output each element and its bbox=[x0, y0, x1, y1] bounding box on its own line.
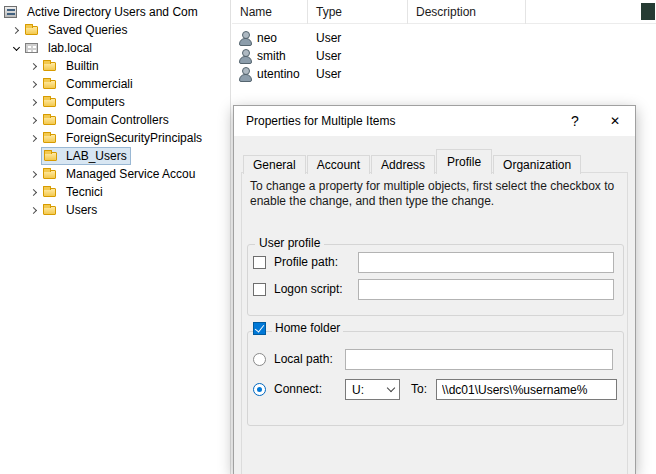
aduc-root-icon bbox=[3, 4, 19, 20]
user-icon bbox=[237, 48, 253, 64]
intro-text: To change a property for multiple object… bbox=[250, 179, 624, 209]
folder-icon bbox=[42, 166, 58, 182]
tree-item-label: Active Directory Users and Com bbox=[24, 4, 201, 20]
close-icon[interactable]: ✕ bbox=[595, 106, 635, 136]
logon-script-label: Logon script: bbox=[274, 279, 343, 300]
tree-item-foreignsecurityprincipals[interactable]: ForeignSecurityPrincipals bbox=[0, 129, 230, 147]
dialog-title: Properties for Multiple Items bbox=[234, 106, 555, 136]
folder-icon bbox=[24, 22, 40, 38]
properties-dialog: Properties for Multiple Items ? ✕ Genera… bbox=[233, 105, 636, 474]
dialog-title-bar[interactable]: Properties for Multiple Items ? ✕ bbox=[234, 106, 635, 136]
list-header: Name Type Description bbox=[232, 0, 656, 24]
to-label: To: bbox=[411, 379, 427, 400]
tree-item-label: Tecnici bbox=[63, 184, 106, 200]
user-profile-group-label: User profile bbox=[255, 236, 324, 250]
aduc-window: Active Directory Users and Com Saved Que… bbox=[0, 0, 656, 474]
chevron-right-icon[interactable] bbox=[26, 112, 42, 128]
column-header-filler bbox=[526, 0, 656, 24]
user-icon bbox=[237, 66, 253, 82]
tree-item-label: Saved Queries bbox=[45, 22, 130, 38]
tree-item-tecnici[interactable]: Tecnici bbox=[0, 183, 230, 201]
folder-icon bbox=[42, 112, 58, 128]
tab-profile[interactable]: Profile bbox=[436, 149, 492, 174]
connect-path-input[interactable] bbox=[436, 379, 617, 400]
chevron-spacer bbox=[26, 148, 42, 164]
tab-general[interactable]: General bbox=[243, 155, 306, 174]
header-corner-artifact bbox=[641, 3, 655, 20]
local-path-label: Local path: bbox=[274, 349, 333, 370]
chevron-right-icon[interactable] bbox=[26, 58, 42, 74]
domain-icon bbox=[24, 40, 40, 56]
tree-item-label: ForeignSecurityPrincipals bbox=[63, 130, 205, 146]
home-folder-label: Home folder bbox=[272, 318, 343, 339]
user-type: User bbox=[308, 67, 408, 81]
tab-address[interactable]: Address bbox=[371, 155, 435, 174]
connect-radio[interactable] bbox=[253, 383, 266, 396]
chevron-down-icon bbox=[383, 388, 399, 391]
tree-item-label: Managed Service Accou bbox=[63, 166, 198, 182]
tree-item-lab-local[interactable]: lab.local bbox=[0, 39, 230, 57]
user-name: utentino bbox=[257, 67, 300, 81]
folder-icon bbox=[42, 130, 58, 146]
tree-item-lab-users[interactable]: LAB_Users bbox=[0, 147, 230, 165]
profile-path-checkbox[interactable] bbox=[253, 256, 266, 269]
help-button[interactable]: ? bbox=[555, 106, 595, 136]
chevron-right-icon[interactable] bbox=[26, 184, 42, 200]
list-item-utentino[interactable]: utentino User bbox=[232, 65, 656, 83]
column-header-description[interactable]: Description bbox=[408, 0, 526, 24]
user-name: smith bbox=[257, 49, 286, 63]
home-folder-checkbox[interactable] bbox=[253, 322, 266, 335]
tree-item-commerciali[interactable]: Commerciali bbox=[0, 75, 230, 93]
folder-icon bbox=[43, 148, 59, 164]
logon-script-input[interactable] bbox=[358, 279, 614, 300]
drive-letter-dropdown[interactable]: U: bbox=[345, 379, 400, 400]
folder-icon bbox=[42, 184, 58, 200]
user-name: neo bbox=[257, 31, 277, 45]
tab-account[interactable]: Account bbox=[307, 155, 370, 174]
tree-item-label: Computers bbox=[63, 94, 128, 110]
user-type: User bbox=[308, 31, 408, 45]
selected-tree-item[interactable]: LAB_Users bbox=[42, 148, 130, 164]
tab-strip: General Account Address Profile Organiza… bbox=[243, 149, 582, 174]
profile-path-input[interactable] bbox=[358, 252, 614, 273]
tree-item-saved-queries[interactable]: Saved Queries bbox=[0, 21, 230, 39]
folder-icon bbox=[42, 202, 58, 218]
tree-item-label: Commerciali bbox=[63, 76, 136, 92]
chevron-right-icon[interactable] bbox=[26, 202, 42, 218]
tree-item-users[interactable]: Users bbox=[0, 201, 230, 219]
chevron-right-icon[interactable] bbox=[26, 130, 42, 146]
tree-item-computers[interactable]: Computers bbox=[0, 93, 230, 111]
list-item-neo[interactable]: neo User bbox=[232, 29, 656, 47]
local-path-input[interactable] bbox=[345, 349, 613, 370]
tree-item-builtin[interactable]: Builtin bbox=[0, 57, 230, 75]
chevron-right-icon[interactable] bbox=[26, 94, 42, 110]
user-type: User bbox=[308, 49, 408, 63]
folder-icon bbox=[42, 94, 58, 110]
connect-label: Connect: bbox=[274, 379, 322, 400]
local-path-radio[interactable] bbox=[253, 353, 266, 366]
tree-item-root[interactable]: Active Directory Users and Com bbox=[0, 3, 230, 21]
list-rows: neo User smith User utentino User bbox=[232, 24, 656, 83]
console-tree-panel: Active Directory Users and Com Saved Que… bbox=[0, 0, 231, 474]
chevron-right-icon[interactable] bbox=[8, 22, 24, 38]
profile-path-label: Profile path: bbox=[274, 252, 338, 273]
user-icon bbox=[237, 30, 253, 46]
tree-item-managed-service-accounts[interactable]: Managed Service Accou bbox=[0, 165, 230, 183]
folder-icon bbox=[42, 58, 58, 74]
chevron-right-icon[interactable] bbox=[26, 76, 42, 92]
folder-icon bbox=[42, 76, 58, 92]
column-header-type[interactable]: Type bbox=[308, 0, 408, 24]
tab-organization[interactable]: Organization bbox=[493, 155, 581, 174]
chevron-down-icon[interactable] bbox=[8, 40, 24, 56]
chevron-right-icon[interactable] bbox=[26, 166, 42, 182]
tree-item-domain-controllers[interactable]: Domain Controllers bbox=[0, 111, 230, 129]
tree-item-label: LAB_Users bbox=[64, 148, 129, 164]
logon-script-checkbox[interactable] bbox=[253, 283, 266, 296]
tree-item-label: lab.local bbox=[45, 40, 95, 56]
tree-item-label: Domain Controllers bbox=[63, 112, 172, 128]
tree-item-label: Builtin bbox=[63, 58, 102, 74]
list-item-smith[interactable]: smith User bbox=[232, 47, 656, 65]
drive-letter-value: U: bbox=[346, 383, 383, 397]
column-header-name[interactable]: Name bbox=[232, 0, 308, 24]
tree-item-label: Users bbox=[63, 202, 100, 218]
